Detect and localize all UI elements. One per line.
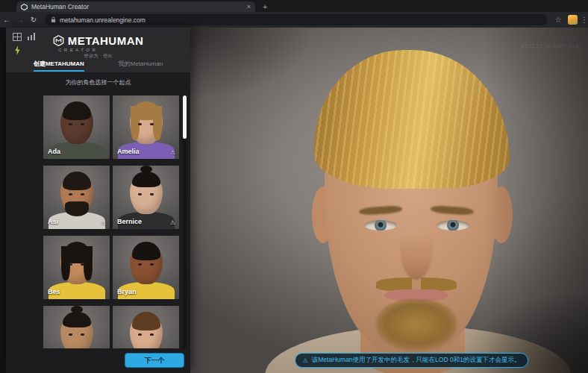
gallery-scrollbar[interactable] (183, 95, 187, 349)
character-tile[interactable]: Amelia ⚠ (113, 95, 179, 159)
panel-header: METAHUMAN CREATOR 登录为 · 登出 创建METAHUMAN 我… (6, 28, 190, 72)
new-tab-button[interactable]: + (263, 1, 267, 12)
panel-footer: 下一个 (6, 348, 190, 373)
browser-tab[interactable]: MetaHuman Creator × (16, 1, 255, 12)
portrait-eyes (60, 123, 93, 125)
bookmark-star-icon[interactable]: ☆ (555, 16, 562, 24)
character-name: Asi (48, 218, 58, 225)
portrait-eyes (60, 333, 93, 336)
character-name: Bryan (117, 288, 137, 295)
portrait-hair (63, 101, 91, 120)
portrait-eyes (130, 123, 163, 125)
portrait-head (60, 244, 93, 284)
metahuman-logo: METAHUMAN (6, 34, 190, 47)
metahuman-creator-page: e922357e-8af7-8ca ⚠ 该MetaHuman使用了开发中的毛发，… (0, 28, 588, 373)
portrait-hair (132, 172, 160, 187)
tab-title: MetaHuman Creator (31, 3, 243, 10)
browser-window: MetaHuman Creator × + ← → ↻ metahuman.un… (0, 0, 588, 373)
character-preview (190, 28, 588, 373)
url-text: metahuman.unrealengine.com (60, 16, 146, 24)
warning-icon: ⚠ (170, 219, 175, 226)
portrait-hair (63, 172, 91, 190)
portrait-hair (132, 101, 160, 120)
browser-toolbar: ← → ↻ metahuman.unrealengine.com ☆ ⋮ (0, 12, 588, 28)
hero-nose (400, 216, 433, 280)
session-watermark: e922357e-8af7-8ca (521, 43, 579, 49)
portrait-head (130, 244, 163, 284)
character-tile[interactable]: Ada (43, 95, 110, 159)
logo-text: METAHUMAN (68, 34, 144, 47)
metahuman-logo-icon (53, 35, 64, 46)
browser-tab-strip: MetaHuman Creator × + (0, 0, 588, 12)
hero-eye-left (364, 220, 397, 231)
back-icon[interactable]: ← (0, 16, 13, 24)
portrait-head (60, 174, 93, 214)
character-viewport[interactable]: e922357e-8af7-8ca ⚠ 该MetaHuman使用了开发中的毛发，… (190, 28, 588, 373)
scrollbar-thumb[interactable] (183, 95, 187, 139)
portrait-eyes (60, 263, 93, 266)
character-name: Bernice (117, 218, 142, 225)
character-grid: Ada Amelia ⚠ Asi ⚠ Bernice ⚠ (43, 95, 179, 373)
portrait-hair (132, 312, 160, 330)
logo-subtitle: CREATOR (58, 48, 98, 52)
warning-icon: ⚠ (303, 357, 308, 364)
hero-eye-right (437, 220, 469, 231)
hero-hair (314, 50, 510, 189)
portrait-head (60, 104, 93, 144)
portrait-head (130, 174, 163, 214)
portrait-eyes (60, 193, 93, 195)
preset-panel: METAHUMAN CREATOR 登录为 · 登出 创建METAHUMAN 我… (6, 28, 190, 373)
portrait-beard (65, 201, 89, 216)
lod-warning-toast: ⚠ 该MetaHuman使用了开发中的毛发，只能在LOD 0和1的设置下才会显示… (295, 353, 529, 368)
browser-menu-icon[interactable]: ⋮ (581, 16, 587, 24)
character-tile[interactable]: Asi ⚠ (43, 166, 110, 229)
portrait-hair (63, 312, 91, 327)
reload-icon[interactable]: ↻ (27, 16, 40, 24)
portrait-eyes (130, 333, 163, 336)
portrait-eyes (130, 263, 163, 266)
hero-goatee (376, 299, 457, 351)
portrait-head (130, 104, 163, 144)
character-tile[interactable]: Bernice ⚠ (113, 166, 179, 229)
character-name: Bes (48, 288, 60, 295)
tab-create-metahuman[interactable]: 创建METAHUMAN (34, 60, 84, 72)
portrait-eyes (130, 193, 163, 195)
profile-avatar[interactable] (568, 15, 578, 25)
address-bar[interactable]: metahuman.unrealengine.com (45, 14, 548, 25)
next-button[interactable]: 下一个 (125, 353, 184, 368)
warning-icon: ⚠ (101, 219, 106, 226)
character-name: Ada (48, 148, 60, 155)
portrait-hair (132, 242, 160, 260)
lock-icon (51, 16, 56, 23)
portrait-hair (63, 242, 91, 263)
tab-my-metahumans[interactable]: 我的MetaHuman (119, 60, 163, 72)
character-tile[interactable]: Bryan (113, 236, 179, 299)
metahuman-favicon-icon (21, 4, 28, 10)
panel-tabs: 创建METAHUMAN 我的MetaHuman (16, 60, 180, 72)
signed-in-text[interactable]: 登录为 · 登出 (6, 53, 190, 60)
tab-close-icon[interactable]: × (247, 4, 251, 10)
character-tile[interactable]: Bes (43, 236, 110, 299)
warning-icon: ⚠ (170, 149, 175, 156)
character-name: Amelia (117, 148, 140, 155)
lod-warning-text: 该MetaHuman使用了开发中的毛发，只能在LOD 0和1的设置下才会显示。 (312, 356, 521, 365)
forward-icon[interactable]: → (13, 16, 27, 24)
gallery-caption: 为你的角色选择一个起点 (6, 78, 190, 87)
